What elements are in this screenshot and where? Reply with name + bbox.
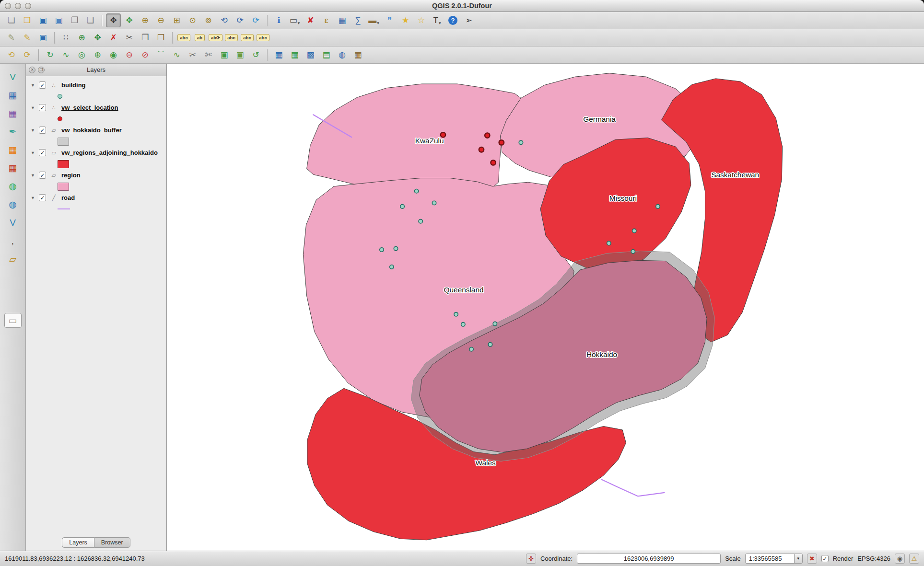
save-project-button[interactable]: ▣	[35, 13, 50, 27]
save-layer-edits-button[interactable]: ▣	[35, 31, 50, 45]
zoom-to-layer-button[interactable]: ⊚	[201, 13, 216, 27]
map-tips-button[interactable]: ❞	[382, 13, 397, 27]
disclosure-triangle-icon[interactable]: ▼	[31, 128, 35, 133]
log-messages-icon[interactable]: ⚠	[909, 554, 919, 564]
dropdown-caret-icon[interactable]: ▾	[298, 21, 300, 25]
coordinate-input[interactable]	[577, 554, 721, 564]
database-tool-button[interactable]: ▤	[319, 48, 334, 62]
rotate-point-symbols-button[interactable]: ↺	[248, 48, 263, 62]
new-project-button[interactable]: ❏	[4, 13, 19, 27]
merge-features-button[interactable]: ▣	[217, 48, 232, 62]
delete-ring-button[interactable]: ⊖	[122, 48, 137, 62]
composer-manager-button[interactable]: ❑	[83, 13, 98, 27]
node-tool-button[interactable]: ∷	[58, 31, 73, 45]
zoom-out-button[interactable]: ⊖	[153, 13, 168, 27]
add-wms-layer-button[interactable]: ◍	[4, 179, 22, 194]
zoom-to-selection-button[interactable]: ⊙	[185, 13, 200, 27]
panel-tab-layers[interactable]: Layers	[62, 537, 94, 548]
vector-tool-button[interactable]: ▩	[303, 48, 318, 62]
move-label-button[interactable]: ab	[192, 31, 207, 45]
add-raster-layer-button[interactable]: ▦	[4, 88, 22, 103]
disclosure-triangle-icon[interactable]: ▼	[31, 173, 35, 178]
disclosure-triangle-icon[interactable]: ▼	[31, 105, 35, 110]
title-bar[interactable]: QGIS 2.0.1-Dufour	[0, 0, 924, 12]
layer-item-road[interactable]: ▼✓╱road	[26, 192, 166, 204]
add-spatialite-layer-button[interactable]: ✒	[4, 124, 22, 139]
disclosure-triangle-icon[interactable]: ▼	[31, 150, 35, 155]
layer-visibility-checkbox[interactable]: ✓	[39, 172, 46, 179]
show-hide-labels-button[interactable]: abc	[240, 31, 255, 45]
new-shapefile-layer-button[interactable]: ▱	[4, 252, 22, 266]
pan-map-button[interactable]: ✥	[106, 13, 121, 27]
panel-float-icon[interactable]: ❐	[38, 67, 45, 73]
stop-render-icon[interactable]: ✖	[807, 554, 817, 564]
georeferencer-tool-button[interactable]: ▦	[271, 48, 286, 62]
measure-line-button[interactable]: ▬▾	[366, 13, 381, 27]
layer-item-building[interactable]: ▼✓∴building	[26, 79, 166, 91]
text-annotation-button[interactable]: T▾	[430, 13, 444, 27]
processing-tool-button[interactable]: ▦	[351, 48, 365, 62]
layer-item-vw_hokkaido_buffer[interactable]: ▼✓▱vw_hokkaido_buffer	[26, 124, 166, 136]
add-delimited-text-layer-button[interactable]: ,	[4, 233, 22, 248]
layer-visibility-checkbox[interactable]: ✓	[39, 127, 46, 134]
crs-status-icon[interactable]: ◉	[895, 554, 905, 564]
map-canvas[interactable]: KwaZulu Germania Saskatchewan Missouri Q…	[167, 64, 924, 551]
layer-visibility-checkbox[interactable]: ✓	[39, 81, 46, 89]
zoom-window-button[interactable]	[25, 3, 31, 9]
layer-visibility-checkbox[interactable]: ✓	[39, 104, 46, 111]
whats-this-button[interactable]: ➢	[461, 13, 476, 27]
refresh-map-button[interactable]: ⟳	[248, 13, 263, 27]
zoom-full-button[interactable]: ⊞	[169, 13, 184, 27]
minimize-window-button[interactable]	[15, 3, 21, 9]
add-mssql-layer-button[interactable]: ▦	[4, 142, 22, 157]
panel-close-icon[interactable]: ✕	[29, 67, 35, 73]
layer-item-vw_regions_adjoining_hokkaido[interactable]: ▼✓▱vw_regions_adjoining_hokkaido	[26, 147, 166, 159]
move-feature-button[interactable]: ✥	[90, 31, 105, 45]
labeling-button[interactable]: abc	[176, 31, 191, 45]
layer-item-vw_select_location[interactable]: ▼✓∴vw_select_location	[26, 102, 166, 114]
copy-features-button[interactable]: ❐	[138, 31, 152, 45]
open-project-button[interactable]: ❒	[20, 13, 35, 27]
select-features-button[interactable]: ▭▾	[287, 13, 302, 27]
save-project-as-button[interactable]: ▣	[51, 13, 66, 27]
show-bookmarks-button[interactable]: ☆	[414, 13, 429, 27]
web-tool-button[interactable]: ◍	[335, 48, 350, 62]
render-checkbox[interactable]: ✓	[821, 555, 829, 562]
split-features-button[interactable]: ✂	[185, 48, 200, 62]
add-feature-button[interactable]: ⊕	[74, 31, 89, 45]
field-calculator-button[interactable]: ∑	[351, 13, 365, 27]
add-part-button[interactable]: ⊕	[90, 48, 105, 62]
raster-tool-button[interactable]: ▦	[287, 48, 302, 62]
coordinate-capture-icon[interactable]: ✜	[526, 554, 536, 564]
chevron-down-icon[interactable]: ▼	[794, 554, 802, 563]
rotate-label-button[interactable]: ab⟳	[208, 31, 223, 45]
delete-part-button[interactable]: ⊘	[138, 48, 152, 62]
redo-button[interactable]: ⟳	[20, 48, 35, 62]
scale-combo[interactable]: 1:33565585 ▼	[745, 554, 803, 564]
dropdown-caret-icon[interactable]: ▾	[377, 21, 379, 25]
add-wfs-layer-button[interactable]: V	[4, 215, 22, 230]
panel-tab-browser[interactable]: Browser	[94, 537, 130, 548]
remove-layer-button[interactable]: ▭	[4, 313, 22, 328]
fill-ring-button[interactable]: ◉	[106, 48, 121, 62]
paste-features-button[interactable]: ❒	[153, 31, 168, 45]
split-parts-button[interactable]: ✄	[201, 48, 216, 62]
rotate-feature-button[interactable]: ↻	[43, 48, 58, 62]
new-print-composer-button[interactable]: ❐	[67, 13, 82, 27]
zoom-next-button[interactable]: ⟳	[233, 13, 247, 27]
new-bookmark-button[interactable]: ★	[398, 13, 413, 27]
identify-features-button[interactable]: ℹ	[271, 13, 286, 27]
close-window-button[interactable]	[5, 3, 11, 9]
add-vector-layer-button[interactable]: V	[4, 69, 22, 84]
pin-labels-button[interactable]: abc	[224, 31, 239, 45]
undo-button[interactable]: ⟲	[4, 48, 19, 62]
offset-curve-button[interactable]: ⌒	[153, 48, 168, 62]
layer-visibility-checkbox[interactable]: ✓	[39, 149, 46, 156]
layer-item-region[interactable]: ▼✓▱region	[26, 169, 166, 181]
disclosure-triangle-icon[interactable]: ▼	[31, 83, 35, 88]
delete-selected-button[interactable]: ✗	[106, 31, 121, 45]
dropdown-caret-icon[interactable]: ▾	[439, 21, 441, 25]
layer-visibility-checkbox[interactable]: ✓	[39, 194, 46, 201]
pan-to-selection-button[interactable]: ✥	[122, 13, 137, 27]
simplify-feature-button[interactable]: ∿	[58, 48, 73, 62]
